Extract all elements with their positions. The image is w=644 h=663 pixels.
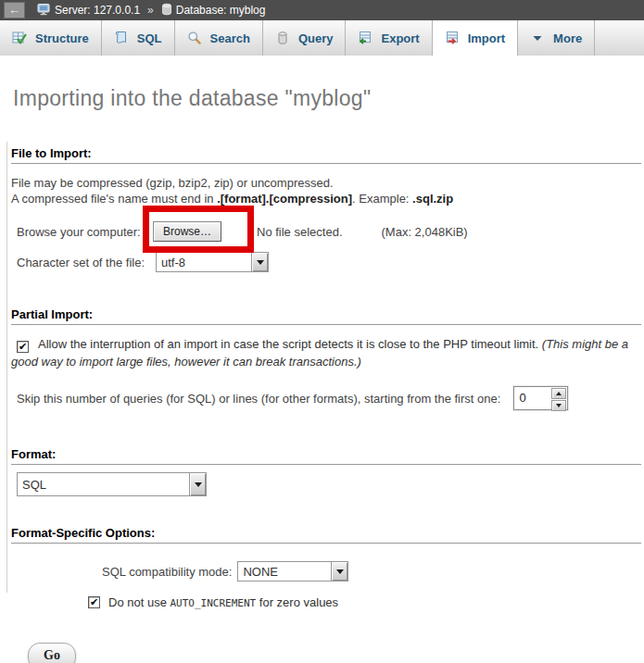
- max-upload-size: (Max: 2,048KiB): [382, 225, 468, 239]
- tab-more[interactable]: More: [518, 20, 595, 56]
- tab-export[interactable]: Export: [346, 20, 432, 56]
- content-left-border: [6, 142, 7, 593]
- tab-query[interactable]: Query: [263, 20, 347, 56]
- section-heading-format-specific-options: Format-Specific Options:: [11, 526, 641, 544]
- tab-label: Import: [468, 31, 505, 45]
- chevron-down-icon: [530, 31, 545, 45]
- server-icon: [37, 3, 51, 19]
- skip-queries-label: Skip this number of queries (for SQL) or…: [17, 392, 500, 406]
- auto-increment-row: ✔ Do not use AUTO_INCREMENT for zero val…: [88, 595, 644, 609]
- breadcrumb-server-label: Server: 127.0.0.1: [55, 4, 140, 17]
- search-icon: [187, 31, 202, 45]
- sql-compatibility-value: NONE: [238, 562, 331, 581]
- charset-select-value: utf-8: [157, 253, 251, 271]
- tab-label: More: [553, 31, 582, 45]
- breadcrumb-bar: ← Server: 127.0.0.1 » Database: myblog: [0, 0, 644, 20]
- compression-format-pattern: .[format].[compression]: [217, 192, 352, 206]
- sql-compatibility-label: SQL compatibility mode:: [102, 565, 232, 579]
- go-button[interactable]: Go: [28, 643, 76, 663]
- allow-interrupt-text: Allow the interruption of an import in c…: [38, 337, 542, 351]
- no-file-selected-text: No file selected.: [257, 225, 343, 239]
- sql-icon: [114, 31, 129, 45]
- export-icon: [358, 31, 373, 45]
- breadcrumb-database[interactable]: Database: myblog: [161, 3, 266, 19]
- spinner-controls: [550, 387, 567, 409]
- spinner-down-icon[interactable]: [551, 400, 566, 411]
- format-select-value: SQL: [18, 473, 189, 495]
- back-button[interactable]: ←: [4, 2, 25, 19]
- page-title: Importing into the database "myblog": [13, 86, 644, 111]
- compression-line2-prefix: A compressed file's name must end in: [11, 192, 217, 206]
- database-icon: [161, 3, 172, 19]
- breadcrumb-database-label: Database: myblog: [176, 4, 266, 17]
- charset-row: Character set of the file: utf-8: [17, 252, 644, 272]
- allow-interrupt-row: ✔Allow the interruption of an import in …: [11, 335, 638, 370]
- tab-import[interactable]: Import: [433, 20, 518, 56]
- allow-interrupt-checkbox[interactable]: ✔: [17, 341, 29, 353]
- auto-increment-code: AUTO_INCREMENT: [170, 597, 257, 609]
- compression-line1: File may be compressed (gzip, bzip2, zip…: [11, 176, 334, 190]
- skip-queries-input[interactable]: 0: [513, 386, 568, 410]
- tab-label: Search: [210, 31, 250, 45]
- browse-button[interactable]: Browse…: [153, 221, 221, 242]
- tab-label: SQL: [137, 31, 162, 45]
- charset-label: Character set of the file:: [17, 256, 156, 269]
- breadcrumb-server[interactable]: Server: 127.0.0.1: [37, 3, 140, 19]
- chevron-down-icon[interactable]: [331, 562, 347, 581]
- compression-note: File may be compressed (gzip, bzip2, zip…: [11, 175, 641, 206]
- skip-queries-row: Skip this number of queries (for SQL) or…: [17, 386, 644, 410]
- format-select[interactable]: SQL: [17, 472, 207, 496]
- charset-select[interactable]: utf-8: [156, 252, 269, 272]
- sql-compatibility-row: SQL compatibility mode: NONE: [102, 561, 644, 582]
- chevron-down-icon[interactable]: [251, 253, 268, 271]
- auto-increment-text: Do not use AUTO_INCREMENT for zero value…: [108, 595, 338, 609]
- tab-label: Export: [381, 31, 419, 45]
- file-upload-row: Browse your computer: Browse… No file se…: [17, 220, 644, 243]
- compression-example: .sql.zip: [412, 192, 453, 206]
- chevron-down-icon[interactable]: [189, 473, 206, 495]
- tab-structure[interactable]: Structure: [0, 20, 102, 56]
- tab-label: Query: [298, 31, 334, 45]
- breadcrumb-separator: »: [147, 4, 154, 17]
- format-row: SQL: [17, 472, 644, 496]
- spinner-up-icon[interactable]: [551, 388, 566, 399]
- query-icon: [275, 31, 290, 45]
- structure-icon: [12, 31, 27, 45]
- section-heading-partial-import: Partial Import:: [11, 307, 641, 325]
- auto-increment-checkbox[interactable]: ✔: [88, 596, 100, 608]
- tab-label: Structure: [35, 31, 89, 45]
- import-icon: [445, 31, 460, 45]
- tab-bar: Structure SQL Search Query Export Import: [0, 20, 644, 56]
- compression-line2-mid: . Example:: [352, 192, 412, 206]
- browse-label: Browse your computer:: [17, 225, 153, 239]
- skip-queries-value: 0: [514, 387, 550, 409]
- sql-compatibility-select[interactable]: NONE: [237, 561, 348, 582]
- section-heading-format: Format:: [11, 447, 641, 465]
- tab-search[interactable]: Search: [175, 20, 263, 56]
- import-page: Importing into the database "myblog" Fil…: [0, 86, 644, 663]
- tab-sql[interactable]: SQL: [102, 20, 175, 56]
- section-heading-file-to-import: File to Import:: [11, 146, 641, 164]
